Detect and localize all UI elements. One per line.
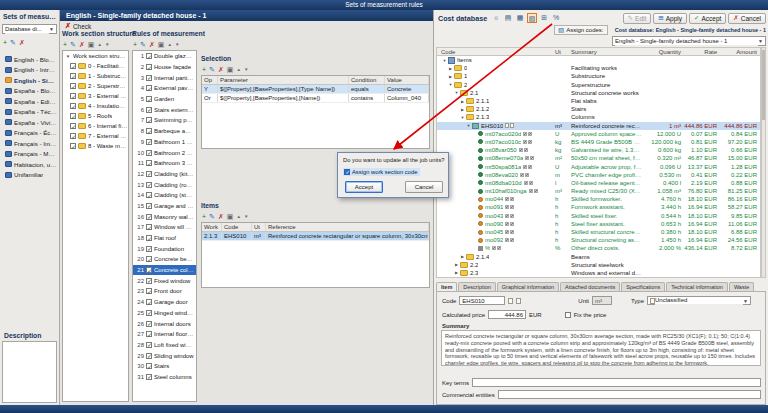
- checkbox-icon[interactable]: [146, 117, 152, 123]
- check-control[interactable]: ✗ Check: [65, 22, 91, 30]
- toolbar-icon[interactable]: ▤: [503, 13, 513, 23]
- cost-tree-row[interactable]: ▶ 2.1.4 Beams: [437, 253, 760, 261]
- work-section-item[interactable]: 1 - Substructure: [63, 71, 128, 81]
- checkbox-checked-icon[interactable]: [344, 169, 350, 175]
- header-button[interactable]: ✓ Accept: [689, 13, 726, 24]
- expander-icon[interactable]: ▼: [65, 54, 71, 59]
- work-section-item[interactable]: 6 - Internal finish: [63, 121, 128, 131]
- checkbox-icon[interactable]: [146, 246, 152, 252]
- calculated-price-field[interactable]: 444.86: [488, 310, 526, 319]
- work-section-item[interactable]: 2 - Superstructure: [63, 81, 128, 91]
- checkbox-icon[interactable]: [70, 103, 76, 109]
- toolbar-icon[interactable]: +: [133, 40, 137, 49]
- checkbox-icon[interactable]: [146, 75, 152, 81]
- assign-work-section-checkbox[interactable]: Assign work section code: [343, 168, 420, 176]
- checkbox-icon[interactable]: [146, 278, 152, 284]
- cost-tree-row[interactable]: mt08dba010d l Oil-based release agent, e…: [437, 179, 760, 187]
- toolbar-icon[interactable]: %: [551, 13, 561, 23]
- toolbar-icon[interactable]: ▼: [244, 212, 248, 221]
- cost-tree-row[interactable]: ▶ 2.3 Windows and external doors: [437, 269, 760, 277]
- toolbar-icon[interactable]: ✗: [19, 38, 25, 47]
- paste-code-icon[interactable]: [516, 298, 521, 304]
- work-section-item[interactable]: 0 - Facilitating wo: [63, 61, 128, 71]
- rule-row[interactable]: 10 Bathroom 2 claddin: [133, 147, 196, 158]
- key-terms-field[interactable]: [472, 378, 761, 387]
- cost-tree-row[interactable]: ▼ 2.1 Structural concrete works: [437, 89, 760, 97]
- selection-row[interactable]: Or $([Property],[BaseProperties],[Name])…: [202, 94, 429, 103]
- rule-row[interactable]: 24 Garage door: [133, 297, 196, 308]
- header-button[interactable]: ✗ Cancel: [728, 13, 766, 24]
- expander-icon[interactable]: ▶: [453, 262, 460, 267]
- checkbox-icon[interactable]: [70, 83, 76, 89]
- work-section-item[interactable]: 3 - External and in: [63, 91, 128, 101]
- rule-set-item[interactable]: Français - Immeu...: [2, 138, 57, 149]
- cost-tree-row[interactable]: mt07aco010c kg BS 4449 Grade B500B steel…: [437, 138, 760, 146]
- cost-tree-row[interactable]: ▶ 2.1.2 Stairs: [437, 105, 760, 113]
- work-section-item[interactable]: 4 - Insulation and: [63, 101, 128, 111]
- expander-icon[interactable]: ▶: [459, 99, 466, 104]
- checkbox-icon[interactable]: [146, 331, 152, 337]
- toolbar-icon[interactable]: ▧: [527, 13, 537, 23]
- toolbar-icon[interactable]: ⊞: [539, 13, 549, 23]
- cost-tree-row[interactable]: mt07aco020d U Approved column spacers. 1…: [437, 130, 760, 138]
- expander-icon[interactable]: ▼: [465, 123, 472, 128]
- cost-tree-row[interactable]: mo092 h Structural concreting assistant.…: [437, 236, 760, 244]
- item-row[interactable]: 2.1.3 EHS010 m³ Reinforced concrete rect…: [202, 232, 429, 241]
- cost-tree-row[interactable]: ▼ EHS010 m³ Reinforced concrete rectangu…: [437, 122, 760, 130]
- checkbox-icon[interactable]: [146, 299, 152, 305]
- accept-button[interactable]: Accept: [345, 181, 383, 193]
- checkbox-icon[interactable]: [70, 113, 76, 119]
- cost-tree-row[interactable]: ▶ 0 Facilitating works: [437, 64, 760, 72]
- checkbox-icon[interactable]: [146, 128, 152, 134]
- header-button[interactable]: ⊞ Apply: [653, 13, 687, 24]
- checkbox-icon[interactable]: [70, 133, 76, 139]
- toolbar-icon[interactable]: ▣: [158, 40, 165, 49]
- checkbox-icon[interactable]: [146, 353, 152, 359]
- toolbar-icon[interactable]: ▣: [88, 40, 95, 49]
- expander-icon[interactable]: ▼: [447, 82, 454, 87]
- toolbar-icon[interactable]: ▼: [105, 40, 109, 49]
- database-selector[interactable]: Database di... ▼: [2, 24, 57, 34]
- rule-row[interactable]: 11 Bathroom 3 claddin: [133, 158, 196, 169]
- cost-tree-row[interactable]: mo090 h Steel fixer assistant. 0.653 h 1…: [437, 220, 760, 228]
- rule-row[interactable]: 17 Window sill and win: [133, 222, 196, 233]
- toolbar-icon[interactable]: ✎: [70, 40, 76, 49]
- toolbar-icon[interactable]: +: [202, 212, 206, 221]
- rule-row[interactable]: 14 Cladding (storeroo: [133, 190, 196, 201]
- checkbox-icon[interactable]: [70, 63, 76, 69]
- checkbox-icon[interactable]: [146, 288, 152, 294]
- checkbox-icon[interactable]: [146, 182, 152, 188]
- rule-row[interactable]: 29 Sliding window: [133, 350, 196, 361]
- toolbar-icon[interactable]: ▼: [175, 40, 179, 49]
- rule-row[interactable]: 25 Hinged window: [133, 308, 196, 319]
- rule-row[interactable]: 31 Steel columns: [133, 372, 196, 383]
- toolbar-icon[interactable]: +: [3, 38, 7, 47]
- cost-tree-row[interactable]: mt08eme070a m² 50x50 cm metal sheet, for…: [437, 154, 760, 162]
- toolbar-icon[interactable]: ✎: [140, 40, 146, 49]
- assign-codes-button[interactable]: ▧ Assign codes:: [554, 25, 608, 35]
- expander-icon[interactable]: ▶: [453, 270, 460, 275]
- checkbox-icon[interactable]: [146, 150, 152, 156]
- rule-row[interactable]: 15 Garage and storero: [133, 201, 196, 212]
- checkbox-icon[interactable]: [146, 256, 152, 262]
- toolbar-icon[interactable]: ▲: [97, 40, 101, 49]
- work-section-item[interactable]: 8 - Waste manage: [63, 141, 128, 151]
- cost-tree-row[interactable]: mt50spa081a U Adjustable acrow prop, fro…: [437, 162, 760, 170]
- expander-icon[interactable]: ▼: [441, 58, 448, 63]
- cost-database-selector[interactable]: English - Single-family detached house -…: [612, 36, 766, 46]
- cost-tree-row[interactable]: mt08var050 kg Galvanised tie wire, 1.30 …: [437, 146, 760, 154]
- toolbar-icon[interactable]: ▣: [227, 212, 234, 221]
- cost-tree-row[interactable]: mt10haf010nga m³ Ready mixed C25/30 (XC1…: [437, 187, 760, 195]
- description-box[interactable]: [2, 341, 57, 403]
- cost-tree-row[interactable]: ▶ 2.1.1 Flat slabs: [437, 97, 760, 105]
- toolbar-icon[interactable]: ☼: [491, 13, 501, 23]
- rule-row[interactable]: 27 Internal floor slab: [133, 329, 196, 340]
- rule-row[interactable]: 30 Stairs: [133, 361, 196, 372]
- type-selector[interactable]: Unclassified ▼: [647, 296, 751, 305]
- rule-set-item[interactable]: Français - Maiso...: [2, 149, 57, 160]
- rule-row[interactable]: 4 External paving / Ou: [133, 83, 196, 94]
- work-section-item[interactable]: 5 - Roofs: [63, 111, 128, 121]
- rule-row[interactable]: 3 Internal partitions: [133, 72, 196, 83]
- rule-row[interactable]: 9 Bathroom 1 claddin: [133, 137, 196, 148]
- checkbox-icon[interactable]: [146, 374, 152, 380]
